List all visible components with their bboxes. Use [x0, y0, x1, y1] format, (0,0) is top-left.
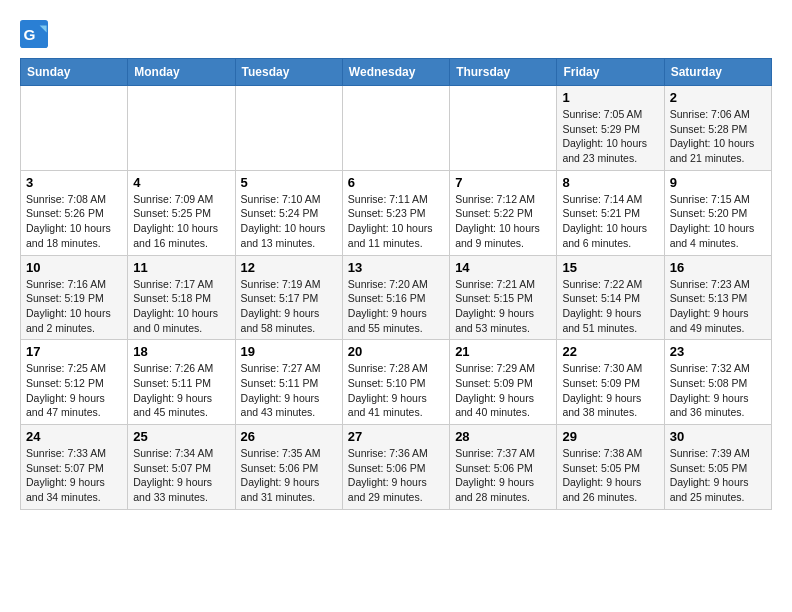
calendar-cell: 18Sunrise: 7:26 AM Sunset: 5:11 PM Dayli… — [128, 340, 235, 425]
calendar-cell — [450, 86, 557, 171]
day-info: Sunrise: 7:39 AM Sunset: 5:05 PM Dayligh… — [670, 446, 766, 505]
day-info: Sunrise: 7:08 AM Sunset: 5:26 PM Dayligh… — [26, 192, 122, 251]
calendar-cell: 26Sunrise: 7:35 AM Sunset: 5:06 PM Dayli… — [235, 425, 342, 510]
day-number: 21 — [455, 344, 551, 359]
weekday-header-row: SundayMondayTuesdayWednesdayThursdayFrid… — [21, 59, 772, 86]
day-number: 7 — [455, 175, 551, 190]
day-info: Sunrise: 7:05 AM Sunset: 5:29 PM Dayligh… — [562, 107, 658, 166]
weekday-header-monday: Monday — [128, 59, 235, 86]
calendar-week-row: 24Sunrise: 7:33 AM Sunset: 5:07 PM Dayli… — [21, 425, 772, 510]
day-number: 3 — [26, 175, 122, 190]
day-number: 26 — [241, 429, 337, 444]
day-info: Sunrise: 7:12 AM Sunset: 5:22 PM Dayligh… — [455, 192, 551, 251]
day-info: Sunrise: 7:22 AM Sunset: 5:14 PM Dayligh… — [562, 277, 658, 336]
weekday-header-sunday: Sunday — [21, 59, 128, 86]
calendar-cell: 28Sunrise: 7:37 AM Sunset: 5:06 PM Dayli… — [450, 425, 557, 510]
day-info: Sunrise: 7:17 AM Sunset: 5:18 PM Dayligh… — [133, 277, 229, 336]
day-info: Sunrise: 7:16 AM Sunset: 5:19 PM Dayligh… — [26, 277, 122, 336]
calendar-cell: 4Sunrise: 7:09 AM Sunset: 5:25 PM Daylig… — [128, 170, 235, 255]
calendar-cell — [21, 86, 128, 171]
calendar-week-row: 10Sunrise: 7:16 AM Sunset: 5:19 PM Dayli… — [21, 255, 772, 340]
calendar-week-row: 1Sunrise: 7:05 AM Sunset: 5:29 PM Daylig… — [21, 86, 772, 171]
calendar-table: SundayMondayTuesdayWednesdayThursdayFrid… — [20, 58, 772, 510]
day-info: Sunrise: 7:21 AM Sunset: 5:15 PM Dayligh… — [455, 277, 551, 336]
day-number: 6 — [348, 175, 444, 190]
day-number: 25 — [133, 429, 229, 444]
day-number: 28 — [455, 429, 551, 444]
logo: G — [20, 20, 52, 48]
calendar-cell: 8Sunrise: 7:14 AM Sunset: 5:21 PM Daylig… — [557, 170, 664, 255]
day-number: 27 — [348, 429, 444, 444]
calendar-cell: 30Sunrise: 7:39 AM Sunset: 5:05 PM Dayli… — [664, 425, 771, 510]
calendar-week-row: 17Sunrise: 7:25 AM Sunset: 5:12 PM Dayli… — [21, 340, 772, 425]
calendar-cell: 27Sunrise: 7:36 AM Sunset: 5:06 PM Dayli… — [342, 425, 449, 510]
calendar-cell: 11Sunrise: 7:17 AM Sunset: 5:18 PM Dayli… — [128, 255, 235, 340]
day-info: Sunrise: 7:20 AM Sunset: 5:16 PM Dayligh… — [348, 277, 444, 336]
calendar-body: 1Sunrise: 7:05 AM Sunset: 5:29 PM Daylig… — [21, 86, 772, 510]
day-info: Sunrise: 7:32 AM Sunset: 5:08 PM Dayligh… — [670, 361, 766, 420]
calendar-cell: 22Sunrise: 7:30 AM Sunset: 5:09 PM Dayli… — [557, 340, 664, 425]
day-number: 10 — [26, 260, 122, 275]
day-number: 2 — [670, 90, 766, 105]
weekday-header-friday: Friday — [557, 59, 664, 86]
day-number: 16 — [670, 260, 766, 275]
weekday-header-wednesday: Wednesday — [342, 59, 449, 86]
calendar-header: SundayMondayTuesdayWednesdayThursdayFrid… — [21, 59, 772, 86]
day-number: 14 — [455, 260, 551, 275]
day-number: 23 — [670, 344, 766, 359]
calendar-cell: 20Sunrise: 7:28 AM Sunset: 5:10 PM Dayli… — [342, 340, 449, 425]
day-info: Sunrise: 7:28 AM Sunset: 5:10 PM Dayligh… — [348, 361, 444, 420]
calendar-cell: 23Sunrise: 7:32 AM Sunset: 5:08 PM Dayli… — [664, 340, 771, 425]
logo-icon: G — [20, 20, 48, 48]
day-info: Sunrise: 7:10 AM Sunset: 5:24 PM Dayligh… — [241, 192, 337, 251]
day-number: 24 — [26, 429, 122, 444]
day-number: 13 — [348, 260, 444, 275]
day-info: Sunrise: 7:29 AM Sunset: 5:09 PM Dayligh… — [455, 361, 551, 420]
day-info: Sunrise: 7:26 AM Sunset: 5:11 PM Dayligh… — [133, 361, 229, 420]
day-number: 1 — [562, 90, 658, 105]
calendar-cell: 6Sunrise: 7:11 AM Sunset: 5:23 PM Daylig… — [342, 170, 449, 255]
day-number: 20 — [348, 344, 444, 359]
weekday-header-tuesday: Tuesday — [235, 59, 342, 86]
day-info: Sunrise: 7:30 AM Sunset: 5:09 PM Dayligh… — [562, 361, 658, 420]
calendar-cell: 21Sunrise: 7:29 AM Sunset: 5:09 PM Dayli… — [450, 340, 557, 425]
calendar-cell: 9Sunrise: 7:15 AM Sunset: 5:20 PM Daylig… — [664, 170, 771, 255]
calendar-cell: 19Sunrise: 7:27 AM Sunset: 5:11 PM Dayli… — [235, 340, 342, 425]
day-info: Sunrise: 7:33 AM Sunset: 5:07 PM Dayligh… — [26, 446, 122, 505]
day-number: 29 — [562, 429, 658, 444]
weekday-header-thursday: Thursday — [450, 59, 557, 86]
day-info: Sunrise: 7:09 AM Sunset: 5:25 PM Dayligh… — [133, 192, 229, 251]
calendar-cell: 1Sunrise: 7:05 AM Sunset: 5:29 PM Daylig… — [557, 86, 664, 171]
day-number: 9 — [670, 175, 766, 190]
weekday-header-saturday: Saturday — [664, 59, 771, 86]
calendar-cell: 3Sunrise: 7:08 AM Sunset: 5:26 PM Daylig… — [21, 170, 128, 255]
day-number: 15 — [562, 260, 658, 275]
day-number: 18 — [133, 344, 229, 359]
day-info: Sunrise: 7:06 AM Sunset: 5:28 PM Dayligh… — [670, 107, 766, 166]
day-number: 8 — [562, 175, 658, 190]
calendar-cell: 5Sunrise: 7:10 AM Sunset: 5:24 PM Daylig… — [235, 170, 342, 255]
day-number: 30 — [670, 429, 766, 444]
calendar-cell: 16Sunrise: 7:23 AM Sunset: 5:13 PM Dayli… — [664, 255, 771, 340]
svg-text:G: G — [24, 26, 36, 43]
calendar-cell: 13Sunrise: 7:20 AM Sunset: 5:16 PM Dayli… — [342, 255, 449, 340]
day-info: Sunrise: 7:27 AM Sunset: 5:11 PM Dayligh… — [241, 361, 337, 420]
calendar-cell — [235, 86, 342, 171]
day-info: Sunrise: 7:23 AM Sunset: 5:13 PM Dayligh… — [670, 277, 766, 336]
day-info: Sunrise: 7:14 AM Sunset: 5:21 PM Dayligh… — [562, 192, 658, 251]
calendar-cell: 17Sunrise: 7:25 AM Sunset: 5:12 PM Dayli… — [21, 340, 128, 425]
calendar-cell — [342, 86, 449, 171]
day-number: 19 — [241, 344, 337, 359]
day-info: Sunrise: 7:19 AM Sunset: 5:17 PM Dayligh… — [241, 277, 337, 336]
day-info: Sunrise: 7:37 AM Sunset: 5:06 PM Dayligh… — [455, 446, 551, 505]
calendar-cell: 10Sunrise: 7:16 AM Sunset: 5:19 PM Dayli… — [21, 255, 128, 340]
calendar-cell: 25Sunrise: 7:34 AM Sunset: 5:07 PM Dayli… — [128, 425, 235, 510]
calendar-cell: 2Sunrise: 7:06 AM Sunset: 5:28 PM Daylig… — [664, 86, 771, 171]
calendar-cell: 29Sunrise: 7:38 AM Sunset: 5:05 PM Dayli… — [557, 425, 664, 510]
calendar-cell: 12Sunrise: 7:19 AM Sunset: 5:17 PM Dayli… — [235, 255, 342, 340]
calendar-cell: 15Sunrise: 7:22 AM Sunset: 5:14 PM Dayli… — [557, 255, 664, 340]
day-info: Sunrise: 7:11 AM Sunset: 5:23 PM Dayligh… — [348, 192, 444, 251]
day-number: 11 — [133, 260, 229, 275]
calendar-week-row: 3Sunrise: 7:08 AM Sunset: 5:26 PM Daylig… — [21, 170, 772, 255]
calendar-cell: 24Sunrise: 7:33 AM Sunset: 5:07 PM Dayli… — [21, 425, 128, 510]
